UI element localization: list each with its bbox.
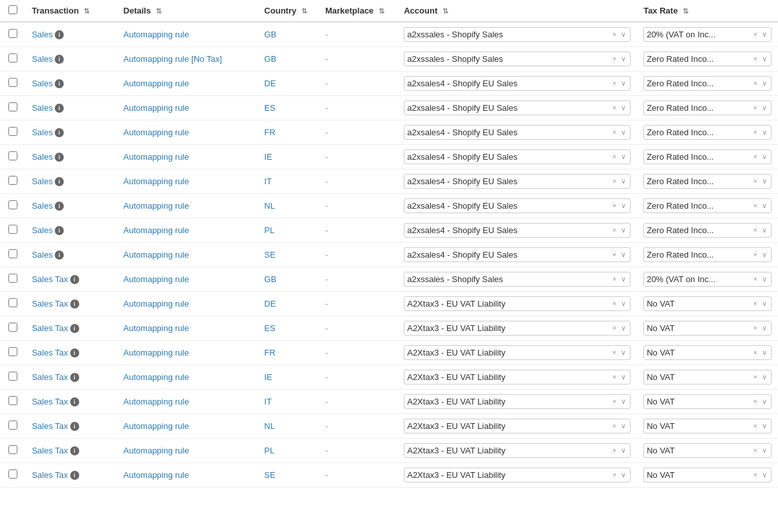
- account-chevron-button[interactable]: ∨: [620, 251, 627, 259]
- account-chevron-button[interactable]: ∨: [620, 153, 627, 161]
- taxrate-chevron-button[interactable]: ∨: [761, 177, 768, 185]
- account-select-field[interactable]: a2xsales4 - Shopify EU Sales×∨: [404, 76, 631, 91]
- taxrate-select-field[interactable]: No VAT×∨: [643, 419, 772, 433]
- taxrate-clear-button[interactable]: ×: [752, 128, 759, 137]
- account-clear-button[interactable]: ×: [611, 324, 618, 332]
- taxrate-select-field[interactable]: Zero Rated Inco...×∨: [643, 174, 772, 189]
- account-chevron-button[interactable]: ∨: [620, 275, 627, 283]
- row-checkbox[interactable]: [8, 225, 17, 234]
- taxrate-chevron-button[interactable]: ∨: [761, 422, 768, 430]
- account-chevron-button[interactable]: ∨: [620, 55, 627, 63]
- taxrate-clear-button[interactable]: ×: [752, 177, 759, 185]
- account-select-field[interactable]: a2xssales - Shopify Sales×∨: [404, 272, 631, 287]
- account-select-field[interactable]: A2Xtax3 - EU VAT Liability×∨: [404, 370, 631, 385]
- row-checkbox[interactable]: [8, 323, 17, 332]
- taxrate-chevron-button[interactable]: ∨: [761, 397, 768, 406]
- taxrate-clear-button[interactable]: ×: [752, 275, 759, 283]
- account-clear-button[interactable]: ×: [611, 446, 618, 455]
- account-select-field[interactable]: a2xsales4 - Shopify EU Sales×∨: [404, 247, 631, 262]
- account-chevron-button[interactable]: ∨: [620, 324, 627, 332]
- taxrate-select-field[interactable]: No VAT×∨: [643, 296, 772, 311]
- taxrate-select-field[interactable]: Zero Rated Inco...×∨: [643, 223, 772, 238]
- taxrate-chevron-button[interactable]: ∨: [761, 446, 768, 455]
- transaction-link[interactable]: Sales Tax: [32, 470, 68, 480]
- account-select-field[interactable]: a2xsales4 - Shopify EU Sales×∨: [404, 198, 631, 213]
- account-chevron-button[interactable]: ∨: [620, 299, 627, 308]
- account-chevron-button[interactable]: ∨: [620, 104, 627, 112]
- transaction-link[interactable]: Sales Tax: [32, 274, 68, 284]
- header-account[interactable]: Account ⇅: [397, 0, 637, 22]
- taxrate-clear-button[interactable]: ×: [752, 471, 759, 479]
- header-taxrate[interactable]: Tax Rate ⇅: [637, 0, 778, 22]
- header-transaction[interactable]: Transaction ⇅: [25, 0, 117, 22]
- taxrate-select-field[interactable]: No VAT×∨: [643, 443, 772, 458]
- account-chevron-button[interactable]: ∨: [620, 128, 627, 137]
- account-clear-button[interactable]: ×: [611, 128, 618, 137]
- account-select-field[interactable]: a2xsales4 - Shopify EU Sales×∨: [404, 223, 631, 238]
- details-link[interactable]: Automapping rule: [124, 299, 189, 309]
- taxrate-select-field[interactable]: Zero Rated Inco...×∨: [643, 198, 772, 213]
- transaction-link[interactable]: Sales: [32, 225, 53, 235]
- details-link[interactable]: Automapping rule: [124, 30, 189, 39]
- details-link[interactable]: Automapping rule: [124, 201, 189, 211]
- details-link[interactable]: Automapping rule: [124, 421, 189, 431]
- taxrate-chevron-button[interactable]: ∨: [761, 324, 768, 332]
- row-checkbox[interactable]: [8, 421, 17, 430]
- taxrate-chevron-button[interactable]: ∨: [761, 202, 768, 210]
- account-select-field[interactable]: A2Xtax3 - EU VAT Liability×∨: [404, 296, 631, 311]
- taxrate-chevron-button[interactable]: ∨: [761, 471, 768, 479]
- row-checkbox[interactable]: [8, 53, 17, 62]
- transaction-link[interactable]: Sales: [32, 54, 53, 64]
- account-chevron-button[interactable]: ∨: [620, 226, 627, 234]
- transaction-link[interactable]: Sales: [32, 201, 53, 211]
- details-link[interactable]: Automapping rule: [124, 225, 189, 235]
- taxrate-clear-button[interactable]: ×: [752, 324, 759, 332]
- transaction-link[interactable]: Sales: [32, 128, 53, 137]
- account-select-field[interactable]: A2Xtax3 - EU VAT Liability×∨: [404, 345, 631, 360]
- taxrate-clear-button[interactable]: ×: [752, 299, 759, 308]
- account-select-field[interactable]: a2xssales - Shopify Sales×∨: [404, 52, 631, 66]
- row-checkbox[interactable]: [8, 249, 17, 258]
- details-link[interactable]: Automapping rule: [124, 372, 189, 382]
- taxrate-select-field[interactable]: Zero Rated Inco...×∨: [643, 100, 772, 115]
- taxrate-clear-button[interactable]: ×: [752, 202, 759, 210]
- account-chevron-button[interactable]: ∨: [620, 79, 627, 88]
- account-chevron-button[interactable]: ∨: [620, 373, 627, 381]
- taxrate-select-field[interactable]: Zero Rated Inco...×∨: [643, 149, 772, 164]
- account-select-field[interactable]: A2Xtax3 - EU VAT Liability×∨: [404, 443, 631, 458]
- row-checkbox[interactable]: [8, 127, 17, 136]
- taxrate-chevron-button[interactable]: ∨: [761, 348, 768, 357]
- taxrate-select-field[interactable]: No VAT×∨: [643, 468, 772, 482]
- account-clear-button[interactable]: ×: [611, 55, 618, 63]
- details-link[interactable]: Automapping rule: [124, 348, 189, 357]
- taxrate-clear-button[interactable]: ×: [752, 104, 759, 112]
- account-clear-button[interactable]: ×: [611, 373, 618, 381]
- transaction-link[interactable]: Sales: [32, 103, 53, 113]
- row-checkbox[interactable]: [8, 151, 17, 160]
- account-select-field[interactable]: a2xsales4 - Shopify EU Sales×∨: [404, 100, 631, 115]
- row-checkbox[interactable]: [8, 298, 17, 307]
- taxrate-chevron-button[interactable]: ∨: [761, 79, 768, 88]
- row-checkbox[interactable]: [8, 347, 17, 356]
- details-link[interactable]: Automapping rule: [124, 470, 189, 480]
- account-chevron-button[interactable]: ∨: [620, 422, 627, 430]
- taxrate-select-field[interactable]: No VAT×∨: [643, 345, 772, 360]
- transaction-link[interactable]: Sales Tax: [32, 372, 68, 382]
- account-clear-button[interactable]: ×: [611, 348, 618, 357]
- details-link[interactable]: Automapping rule: [124, 176, 189, 186]
- row-checkbox[interactable]: [8, 274, 17, 283]
- details-link[interactable]: Automapping rule: [124, 250, 189, 260]
- transaction-link[interactable]: Sales Tax: [32, 397, 68, 406]
- account-clear-button[interactable]: ×: [611, 226, 618, 234]
- account-clear-button[interactable]: ×: [611, 397, 618, 406]
- transaction-link[interactable]: Sales Tax: [32, 446, 68, 455]
- account-select-field[interactable]: A2Xtax3 - EU VAT Liability×∨: [404, 419, 631, 433]
- row-checkbox[interactable]: [8, 200, 17, 209]
- account-chevron-button[interactable]: ∨: [620, 471, 627, 479]
- taxrate-clear-button[interactable]: ×: [752, 373, 759, 381]
- taxrate-chevron-button[interactable]: ∨: [761, 128, 768, 137]
- account-chevron-button[interactable]: ∨: [620, 30, 627, 39]
- taxrate-clear-button[interactable]: ×: [752, 251, 759, 259]
- row-checkbox[interactable]: [8, 176, 17, 185]
- row-checkbox[interactable]: [8, 372, 17, 381]
